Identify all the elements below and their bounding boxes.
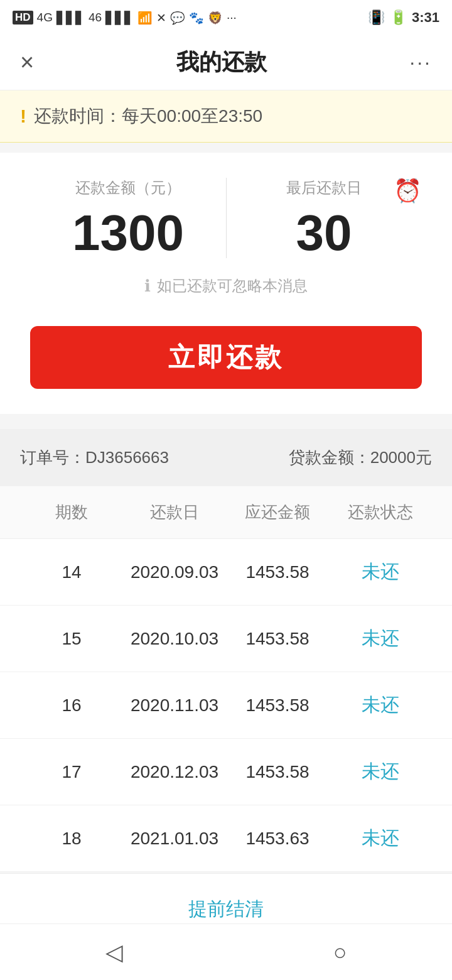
row2-period: 15 bbox=[20, 629, 123, 649]
pay-button-wrapper: 立即还款 bbox=[0, 316, 452, 414]
chat-icon: 🦁 bbox=[208, 11, 223, 25]
info-icon: ℹ bbox=[144, 276, 151, 296]
info-row: ℹ 如已还款可忽略本消息 bbox=[30, 276, 422, 296]
bottom-nav: ◁ ○ bbox=[0, 923, 452, 980]
4g-alt: 46 bbox=[89, 11, 102, 24]
row5-amount: 1453.63 bbox=[226, 829, 329, 849]
row2-amount: 1453.58 bbox=[226, 629, 329, 649]
vibrate-icon: 📳 bbox=[368, 9, 385, 26]
order-label: 订单号： bbox=[20, 448, 85, 467]
loan-amount: 20000元 bbox=[370, 448, 432, 467]
more-button[interactable]: ··· bbox=[409, 51, 432, 74]
time-display: 3:31 bbox=[412, 9, 439, 26]
cross-signal-icon: ✕ bbox=[156, 11, 166, 25]
row5-status[interactable]: 未还 bbox=[329, 825, 432, 851]
table-row: 18 2021.01.03 1453.63 未还 bbox=[0, 805, 452, 872]
signal-bars2: ▋▋▋ bbox=[105, 11, 134, 25]
row4-amount: 1453.58 bbox=[226, 762, 329, 782]
col-status: 还款状态 bbox=[329, 501, 432, 523]
status-left-icons: HD 4G ▋▋▋ 46 ▋▋▋ 📶 ✕ 💬 🐾 🦁 ··· bbox=[13, 11, 237, 25]
row5-date: 2021.01.03 bbox=[123, 829, 226, 849]
row1-period: 14 bbox=[20, 562, 123, 582]
col-date: 还款日 bbox=[123, 501, 226, 523]
row3-status[interactable]: 未还 bbox=[329, 692, 432, 718]
baidu-icon: 🐾 bbox=[189, 11, 204, 25]
row1-status[interactable]: 未还 bbox=[329, 559, 432, 585]
close-button[interactable]: × bbox=[20, 49, 34, 76]
row3-date: 2020.11.03 bbox=[123, 695, 226, 716]
battery-icon: 🔋 bbox=[390, 9, 407, 26]
row2-status[interactable]: 未还 bbox=[329, 626, 432, 651]
repayment-table: 期数 还款日 应还金额 还款状态 14 2020.09.03 1453.58 未… bbox=[0, 486, 452, 872]
due-date-value: 30 bbox=[296, 208, 352, 258]
row5-period: 18 bbox=[20, 829, 123, 849]
back-button[interactable]: ◁ bbox=[80, 933, 148, 972]
status-bar: HD 4G ▋▋▋ 46 ▋▋▋ 📶 ✕ 💬 🐾 🦁 ··· 📳 🔋 3:31 bbox=[0, 0, 452, 35]
signal-4g: 4G bbox=[37, 11, 53, 24]
table-row: 16 2020.11.03 1453.58 未还 bbox=[0, 672, 452, 739]
amount-col-right: 最后还款日 30 bbox=[226, 178, 422, 258]
top-nav: × 我的还款 ··· bbox=[0, 35, 452, 90]
amount-row: 还款金额（元） 1300 最后还款日 30 ⏰ bbox=[30, 178, 422, 258]
amount-col-left: 还款金额（元） 1300 bbox=[30, 178, 226, 258]
row4-period: 17 bbox=[20, 762, 123, 782]
table-row: 17 2020.12.03 1453.58 未还 bbox=[0, 739, 452, 805]
row2-date: 2020.10.03 bbox=[123, 629, 226, 649]
table-row: 14 2020.09.03 1453.58 未还 bbox=[0, 539, 452, 606]
amount-section: 还款金额（元） 1300 最后还款日 30 ⏰ ℹ 如已还款可忽略本消息 bbox=[0, 153, 452, 316]
loan-info: 贷款金额：20000元 bbox=[289, 447, 432, 469]
row1-date: 2020.09.03 bbox=[123, 562, 226, 582]
alarm-icon: ⏰ bbox=[394, 178, 422, 204]
signal-bars: ▋▋▋ bbox=[56, 11, 85, 25]
table-row: 15 2020.10.03 1453.58 未还 bbox=[0, 606, 452, 672]
wifi-icon: 📶 bbox=[137, 11, 153, 25]
col-amount: 应还金额 bbox=[226, 501, 329, 523]
more-icon: ··· bbox=[227, 11, 237, 24]
notice-banner: ! 还款时间：每天00:00至23:50 bbox=[0, 90, 452, 143]
pay-now-button[interactable]: 立即还款 bbox=[30, 326, 422, 389]
row3-period: 16 bbox=[20, 695, 123, 716]
home-button[interactable]: ○ bbox=[308, 933, 372, 972]
due-date-label: 最后还款日 bbox=[286, 178, 362, 198]
info-text: 如已还款可忽略本消息 bbox=[157, 276, 308, 296]
loan-label: 贷款金额： bbox=[289, 448, 370, 467]
early-settle-button[interactable]: 提前结清 bbox=[188, 898, 264, 919]
wechat-icon: 💬 bbox=[170, 11, 185, 25]
amount-label: 还款金额（元） bbox=[75, 178, 181, 198]
amount-divider bbox=[226, 178, 227, 258]
page-title: 我的还款 bbox=[176, 47, 267, 78]
hd-icon: HD bbox=[13, 11, 33, 24]
order-section: 订单号：DJ3656663 贷款金额：20000元 bbox=[0, 429, 452, 486]
notice-icon: ! bbox=[20, 106, 26, 127]
row3-amount: 1453.58 bbox=[226, 695, 329, 716]
notice-text: 还款时间：每天00:00至23:50 bbox=[34, 104, 262, 128]
amount-value: 1300 bbox=[72, 208, 184, 258]
col-period: 期数 bbox=[20, 501, 123, 523]
row1-amount: 1453.58 bbox=[226, 562, 329, 582]
order-no: DJ3656663 bbox=[85, 448, 169, 467]
status-right-icons: 📳 🔋 3:31 bbox=[368, 9, 439, 26]
row4-status[interactable]: 未还 bbox=[329, 759, 432, 785]
table-header: 期数 还款日 应还金额 还款状态 bbox=[0, 486, 452, 539]
order-info: 订单号：DJ3656663 bbox=[20, 447, 169, 469]
row4-date: 2020.12.03 bbox=[123, 762, 226, 782]
